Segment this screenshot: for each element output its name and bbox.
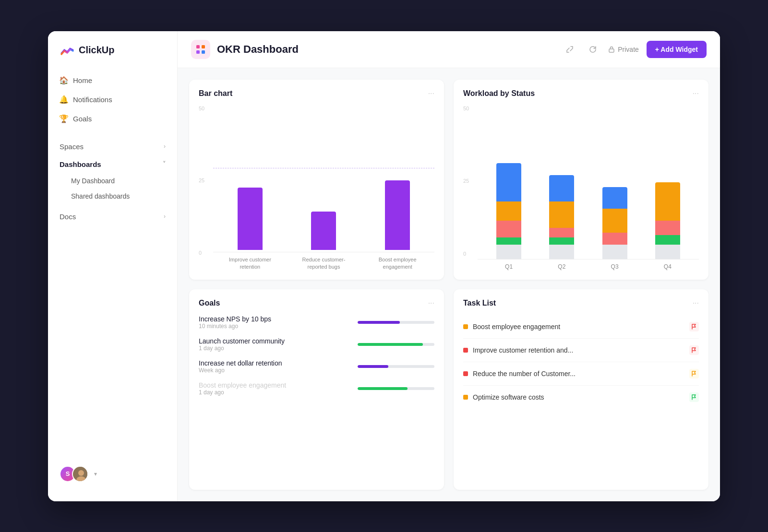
sidebar-item-shared-dashboards[interactable]: Shared dashboards: [54, 189, 171, 204]
bar-label-3: Boost employee engagement: [373, 256, 421, 270]
logo-area: ClickUp: [48, 43, 177, 71]
workload-y-labels: 50 25 0: [463, 106, 475, 257]
bar-1: [238, 188, 263, 250]
goal-name-1: Increase NPS by 10 bps: [199, 315, 271, 323]
bar-2: [311, 212, 336, 250]
goals-menu-button[interactable]: ···: [428, 299, 434, 307]
sidebar-item-goals[interactable]: 🏆 Goals: [54, 110, 171, 128]
sidebar-spaces-label: Spaces: [60, 142, 84, 151]
app-container: ClickUp 🏠 Home 🔔 Notifications 🏆 Goals S…: [48, 31, 720, 501]
user-dropdown-arrow[interactable]: ▾: [94, 471, 97, 477]
workload-menu-button[interactable]: ···: [693, 89, 699, 98]
seg-q1-gray: [496, 245, 521, 259]
goal-item-4: Boost employee engagement 1 day ago: [199, 381, 434, 396]
task-flag-4: [689, 392, 699, 402]
sidebar-item-dashboards[interactable]: Dashboards ˅: [54, 155, 171, 173]
q4-label: Q4: [653, 263, 682, 270]
progress-fill-2: [358, 343, 423, 346]
nav-sections: Spaces › Dashboards ˅ My Dashboard Share…: [48, 138, 177, 225]
seg-q4-green: [655, 235, 680, 245]
sidebar-item-notifications[interactable]: 🔔 Notifications: [54, 91, 171, 109]
chevron-right-docs-icon: ›: [164, 213, 166, 220]
chart-dashed-line: [213, 168, 434, 168]
bell-icon: 🔔: [60, 95, 68, 104]
goal-time-2: 1 day ago: [199, 345, 285, 352]
avatar-person: [72, 466, 88, 482]
task-dot-1: [463, 324, 468, 329]
task-name-3: Reduce the number of Customer...: [473, 370, 576, 378]
sidebar-item-goals-label: Goals: [73, 115, 92, 123]
seg-q1-pink: [496, 221, 521, 237]
goal-item-3: Increase net dollar retention Week ago: [199, 359, 434, 374]
goal-time-1: 10 minutes ago: [199, 323, 271, 330]
q2-label: Q2: [547, 263, 576, 270]
dashboard-grid: Bar chart ··· 50 25 0: [178, 68, 720, 501]
bar-chart-header: Bar chart ···: [199, 89, 434, 98]
workload-bar-q3: [602, 187, 627, 259]
seg-q1-yellow: [496, 201, 521, 221]
seg-q4-pink: [655, 221, 680, 235]
refresh-button[interactable]: [585, 42, 600, 57]
progress-bg-4: [358, 387, 434, 390]
workload-title: Workload by Status: [463, 89, 535, 98]
add-widget-button[interactable]: + Add Widget: [647, 41, 707, 58]
sidebar-item-home-label: Home: [73, 76, 92, 84]
bars-container: [213, 106, 434, 253]
trophy-icon: 🏆: [60, 115, 68, 123]
progress-fill-3: [358, 365, 388, 368]
progress-bg-2: [358, 343, 434, 346]
flag-icon-1: [692, 324, 696, 330]
progress-fill-1: [358, 321, 400, 324]
stacked-bar-q2: [549, 175, 574, 259]
bar-chart-menu-button[interactable]: ···: [428, 89, 434, 98]
svg-rect-5: [196, 50, 200, 54]
goal-row-3: Increase net dollar retention Week ago: [199, 359, 434, 374]
logo-text: ClickUp: [79, 45, 114, 56]
bar-reduce-bugs: [311, 212, 336, 250]
stacked-bar-q4: [655, 182, 680, 259]
workload-widget: Workload by Status ··· 50 25 0: [454, 80, 708, 280]
task-item-4: Optimize software costs: [463, 386, 699, 409]
sidebar-item-home[interactable]: 🏠 Home: [54, 71, 171, 90]
svg-rect-4: [202, 45, 205, 48]
bar-improve-customer: [238, 188, 263, 250]
bar-chart-widget: Bar chart ··· 50 25 0: [189, 80, 444, 280]
progress-fill-4: [358, 387, 408, 390]
svg-point-1: [78, 470, 84, 476]
task-item-2: Improve customer retention and...: [463, 339, 699, 362]
goal-progress-4: [291, 387, 434, 390]
q3-label: Q3: [600, 263, 629, 270]
clickup-logo-icon: [60, 43, 75, 58]
bar-chart-y-labels: 50 25 0: [199, 106, 210, 256]
svg-rect-7: [609, 49, 614, 52]
sidebar-item-docs[interactable]: Docs ›: [54, 208, 171, 225]
avatar-initials: S: [66, 470, 70, 477]
task-name-4: Optimize software costs: [473, 393, 544, 401]
expand-icon: [566, 46, 574, 53]
flag-icon-3: [692, 371, 696, 377]
goal-item-1: Increase NPS by 10 bps 10 minutes ago: [199, 315, 434, 330]
task-dot-3: [463, 371, 468, 376]
page-header: OKR Dashboard: [178, 31, 720, 68]
chevron-right-icon: ›: [164, 143, 166, 150]
workload-x-labels: Q1 Q2 Q3 Q4: [478, 263, 699, 270]
bar-chart-area: 50 25 0: [199, 106, 434, 271]
task-flag-3: [689, 369, 699, 378]
seg-q2-green: [549, 237, 574, 245]
task-list-menu-button[interactable]: ···: [693, 299, 699, 307]
sidebar-item-my-dashboard[interactable]: My Dashboard: [54, 173, 171, 189]
shared-dashboards-label: Shared dashboards: [71, 192, 130, 200]
sidebar-item-spaces[interactable]: Spaces ›: [54, 138, 171, 155]
bar-boost-engagement: [385, 180, 410, 250]
goal-progress-2: [289, 343, 434, 346]
stacked-bar-q3: [602, 187, 627, 259]
q1-label: Q1: [494, 263, 523, 270]
header-right: Private + Add Widget: [562, 41, 707, 58]
expand-button[interactable]: [562, 42, 577, 57]
goal-row-4: Boost employee engagement 1 day ago: [199, 381, 434, 396]
stacked-bar-q1: [496, 163, 521, 259]
bar-label-2: Reduce customer-reported bugs: [300, 256, 348, 270]
header-left: OKR Dashboard: [191, 40, 299, 59]
goal-progress-3: [287, 365, 434, 368]
goals-widget: Goals ··· Increase NPS by 10 bps 10 minu…: [189, 289, 444, 490]
